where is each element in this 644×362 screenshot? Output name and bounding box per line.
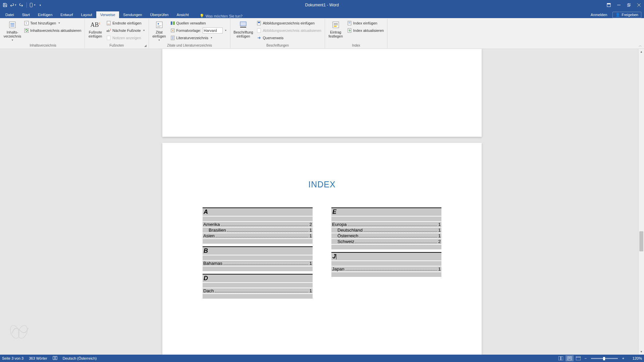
group-label-index: Index <box>327 43 385 48</box>
print-layout-icon[interactable] <box>566 355 574 361</box>
index-entry: Österreich1 <box>331 233 441 238</box>
status-proofing[interactable] <box>53 356 57 361</box>
group-captions: Beschriftung einfügen Abbildungsverzeich… <box>230 19 325 48</box>
ribbon-content: Inhalts- verzeichnis ▼ TText hinzufügen▼… <box>0 18 644 49</box>
bibliography-button[interactable]: Literaturverzeichnis▼ <box>169 34 228 41</box>
web-layout-icon[interactable] <box>574 355 582 361</box>
figures-icon <box>257 21 261 25</box>
insert-caption-button[interactable]: Beschriftung einfügen <box>232 19 254 38</box>
collapse-ribbon-icon[interactable]: ︿ <box>639 43 642 48</box>
tab-ueberpruefen[interactable]: Überprüfen <box>146 11 173 18</box>
tab-entwurf[interactable]: Entwurf <box>56 11 77 18</box>
zoom-out-button[interactable]: − <box>583 356 588 360</box>
vertical-scrollbar[interactable]: ▲ ▼ <box>638 49 644 355</box>
endnote-icon <box>106 21 111 25</box>
citation-style-select[interactable]: Formatvorlage: Harvard▼ <box>169 27 228 34</box>
scroll-track[interactable] <box>639 55 644 349</box>
tab-einfuegen[interactable]: Einfügen <box>34 11 56 18</box>
tab-sendungen[interactable]: Sendungen <box>119 11 146 18</box>
share-button[interactable]: 👤 Freigeben <box>612 12 641 18</box>
tab-start[interactable]: Start <box>18 11 34 18</box>
share-icon: 👤 <box>615 13 620 17</box>
touch-mode-icon[interactable]: ▼ <box>29 1 36 9</box>
crossref-button[interactable]: Querverweis <box>255 34 322 41</box>
book-icon <box>53 356 57 361</box>
ribbon-display-icon[interactable] <box>604 0 614 10</box>
tab-ansicht[interactable]: Ansicht <box>173 11 193 18</box>
zoom-in-button[interactable]: + <box>621 356 626 360</box>
footnotes-dialog-launcher[interactable]: ◢ <box>144 44 147 47</box>
scroll-thumb[interactable] <box>639 231 643 251</box>
bibliography-icon <box>170 36 175 40</box>
document-area: INDEX AAmerika2Brasilien1Asien1BBahamas1… <box>0 49 644 355</box>
sign-in-link[interactable]: Anmelden <box>587 11 611 18</box>
svg-rect-23 <box>173 21 175 25</box>
style-icon <box>170 28 175 33</box>
read-mode-icon[interactable] <box>557 355 565 361</box>
svg-rect-33 <box>257 28 261 33</box>
group-index: Eintrag festlegen Index einfügen Index a… <box>325 19 388 48</box>
index-entry: Asien1 <box>203 233 313 238</box>
mark-entry-button[interactable]: Eintrag festlegen <box>327 19 344 38</box>
svg-rect-22 <box>171 21 172 25</box>
update-toc-button[interactable]: Inhaltsverzeichnis aktualisieren <box>23 27 83 34</box>
toc-button[interactable]: Inhalts- verzeichnis ▼ <box>3 19 21 42</box>
next-footnote-icon: ab1 <box>106 28 111 33</box>
group-citations: Zitat einfügen ▼ Quellen verwalten Forma… <box>149 19 231 48</box>
watermark-icon <box>7 317 34 345</box>
insert-index-button[interactable]: Index einfügen <box>346 19 385 26</box>
status-page[interactable]: Seite 3 von 3 <box>2 356 23 360</box>
group-label-citations: Zitate und Literaturverzeichnis <box>151 43 228 48</box>
svg-rect-44 <box>558 356 560 360</box>
group-toc: Inhalts- verzeichnis ▼ TText hinzufügen▼… <box>1 19 85 48</box>
insert-citation-button[interactable]: Zitat einfügen ▼ <box>151 19 168 42</box>
page-previous[interactable] <box>162 49 482 137</box>
index-entry: Dach1 <box>203 288 313 293</box>
group-footnotes: AB1 Fußnote einfügen Endnote einfügen ab… <box>85 19 149 48</box>
index-entry: Europa1 <box>331 222 441 227</box>
zoom-slider-knob[interactable] <box>603 357 605 360</box>
document-title: Dokument1 - Word <box>305 3 339 7</box>
show-notes-icon <box>106 36 111 40</box>
page-current[interactable]: INDEX AAmerika2Brasilien1Asien1BBahamas1… <box>162 143 482 355</box>
lightbulb-icon: 💡 <box>200 14 204 18</box>
tell-me-search[interactable]: 💡 Was möchten Sie tun? <box>200 14 243 18</box>
svg-rect-15 <box>107 21 110 25</box>
svg-rect-41 <box>348 28 351 33</box>
citation-icon <box>155 20 164 29</box>
restore-icon[interactable] <box>624 0 634 10</box>
tab-verweise[interactable]: Verweise <box>96 11 119 18</box>
zoom-slider[interactable] <box>591 358 618 359</box>
update-figures-icon <box>257 28 261 33</box>
update-index-button[interactable]: Index aktualisieren <box>346 27 385 34</box>
svg-rect-32 <box>258 22 260 23</box>
tab-datei[interactable]: Datei <box>1 11 18 18</box>
add-text-button[interactable]: TText hinzufügen▼ <box>23 19 83 26</box>
manage-sources-button[interactable]: Quellen verwalten <box>169 19 228 26</box>
svg-rect-2 <box>607 3 610 4</box>
close-icon[interactable] <box>634 0 644 10</box>
show-notes-button: Notizen anzeigen <box>105 34 146 41</box>
status-language[interactable]: Deutsch (Österreich) <box>63 356 97 360</box>
scroll-down-icon[interactable]: ▼ <box>639 349 644 355</box>
index-letter: E <box>331 207 441 216</box>
svg-point-19 <box>158 23 159 24</box>
index-letter: D <box>203 274 313 282</box>
caption-icon <box>238 20 248 29</box>
redo-icon[interactable] <box>17 1 25 9</box>
next-footnote-button[interactable]: ab1Nächste Fußnote▼ <box>105 27 146 34</box>
index-entry: Deutschland1 <box>331 228 441 233</box>
insert-endnote-button[interactable]: Endnote einfügen <box>105 19 146 26</box>
status-words[interactable]: 363 Wörter <box>29 356 47 360</box>
insert-footnote-button[interactable]: AB1 Fußnote einfügen <box>87 19 104 38</box>
tab-layout[interactable]: Layout <box>77 11 96 18</box>
save-icon[interactable] <box>1 1 9 9</box>
update-toc-icon <box>24 28 29 33</box>
qat-customize-icon[interactable]: ▼ <box>37 1 44 9</box>
zoom-level[interactable]: 120% <box>628 356 642 360</box>
undo-icon[interactable]: ▼ <box>9 1 17 9</box>
scroll-up-icon[interactable]: ▲ <box>639 49 644 55</box>
insert-figures-button[interactable]: Abbildungsverzeichnis einfügen <box>255 19 322 26</box>
minimize-icon[interactable] <box>614 0 624 10</box>
svg-rect-49 <box>576 356 581 360</box>
